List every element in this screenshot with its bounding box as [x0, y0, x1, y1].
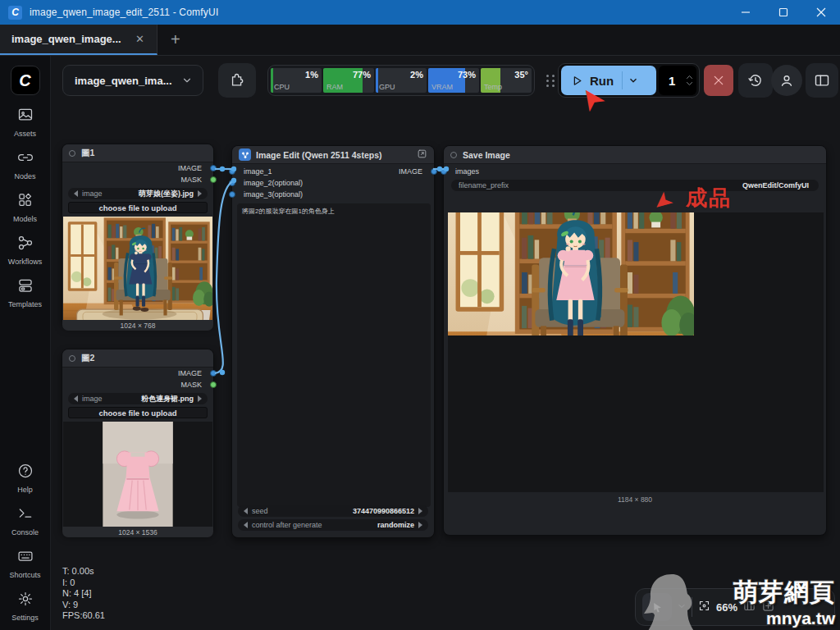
- minimize-button[interactable]: [727, 0, 765, 25]
- tool-chevron-icon[interactable]: [677, 600, 687, 614]
- sidebar-item-templates[interactable]: Templates: [2, 277, 49, 308]
- fit-view-icon[interactable]: [697, 599, 711, 616]
- output-slot-mask[interactable]: MASK: [62, 379, 213, 390]
- close-button[interactable]: [802, 0, 840, 25]
- output-slot-image[interactable]: IMAGE: [62, 368, 213, 379]
- comfyui-logo-icon: C: [8, 6, 22, 20]
- user-avatar-button[interactable]: [771, 65, 802, 96]
- image3-input-dot[interactable]: [229, 191, 235, 198]
- canvas-toolbox: 66%: [635, 588, 835, 626]
- input-slot-image2[interactable]: image_2(optional): [232, 177, 434, 189]
- image-output-dot[interactable]: [210, 165, 217, 171]
- user-icon: [778, 72, 795, 89]
- sidebar-item-help[interactable]: Help: [2, 463, 49, 494]
- expand-node-icon[interactable]: [417, 148, 427, 162]
- node-image2-header[interactable]: 圖2: [62, 349, 213, 368]
- workflow-select-dropdown[interactable]: image_qwen_ima...: [62, 65, 203, 96]
- combo-next-icon[interactable]: [198, 190, 202, 197]
- collapse-dot-icon[interactable]: [69, 355, 75, 362]
- mask-output-dot[interactable]: [210, 381, 217, 388]
- images-input-dot[interactable]: [441, 168, 447, 175]
- output-slot-image[interactable]: IMAGE: [62, 162, 213, 174]
- control-after-generate-widget[interactable]: control after generate randomize: [238, 519, 428, 531]
- upload-button[interactable]: choose file to upload: [68, 407, 208, 418]
- gpu-usage-bar: [376, 68, 378, 93]
- image-output-dot[interactable]: [431, 168, 437, 175]
- comfyui-sidebar-logo-icon: C: [11, 66, 40, 95]
- node-image-edit-header[interactable]: Image Edit (Qwen 2511 4steps): [232, 146, 434, 164]
- input-slot-image3[interactable]: image_3(optional): [232, 189, 434, 200]
- run-options-chevron-icon[interactable]: [628, 75, 639, 86]
- minimap-icon[interactable]: [742, 599, 756, 616]
- tab-label: image_qwen_image...: [11, 33, 131, 45]
- cursor-icon: [651, 601, 664, 614]
- seed-next-icon[interactable]: [418, 508, 422, 514]
- extensions-button[interactable]: [218, 63, 256, 98]
- sidebar-item-console[interactable]: Console: [2, 505, 49, 536]
- output-slot-mask[interactable]: MASK: [62, 174, 213, 185]
- filename-prefix-widget[interactable]: filename_prefix QwenEdit/ComfyUI: [451, 180, 819, 191]
- node-save-image[interactable]: Save Image images filename_prefix QwenEd…: [443, 145, 827, 536]
- image-combo-widget[interactable]: image 萌芽娘(坐姿).jpg: [68, 188, 208, 199]
- image2-input-dot[interactable]: [229, 180, 235, 186]
- node-image1-header[interactable]: 圖1: [62, 144, 213, 162]
- new-tab-button[interactable]: +: [158, 25, 194, 55]
- panel-toggle-button[interactable]: [806, 63, 838, 98]
- stat-ram: RAM 77%: [323, 68, 374, 93]
- tab-active-workflow[interactable]: image_qwen_image... ✕: [0, 25, 158, 55]
- batch-count-input[interactable]: 1: [659, 66, 696, 95]
- sidebar-item-assets[interactable]: Assets: [2, 107, 49, 138]
- control-prev-icon[interactable]: [244, 522, 248, 528]
- pointer-tool-button[interactable]: [642, 593, 672, 621]
- subgraph-icon: [239, 148, 251, 161]
- step-up-icon[interactable]: [686, 75, 693, 80]
- mask-output-dot[interactable]: [210, 176, 217, 183]
- sidebar-item-nodes[interactable]: Nodes: [2, 149, 49, 180]
- gear-icon: [17, 591, 34, 610]
- tab-close-icon[interactable]: ✕: [131, 31, 148, 47]
- image1-input-dot[interactable]: [229, 168, 235, 175]
- zoom-level: 66%: [716, 601, 737, 614]
- collapse-dot-icon[interactable]: [69, 150, 75, 157]
- seed-prev-icon[interactable]: [244, 508, 248, 514]
- combo-prev-icon[interactable]: [74, 395, 78, 402]
- workflow-name: image_qwen_ima...: [75, 75, 181, 87]
- sidebar-item-models[interactable]: Models: [2, 192, 49, 223]
- node-save-image-header[interactable]: Save Image: [444, 146, 826, 164]
- node-image2[interactable]: 圖2 IMAGE MASK image 粉色連身裙.png choose fil…: [62, 349, 214, 534]
- input-slot-image1[interactable]: image_1 IMAGE: [232, 166, 434, 177]
- canvas-settings-icon[interactable]: [761, 599, 775, 616]
- keyboard-icon: [17, 548, 34, 568]
- history-icon: [747, 72, 764, 89]
- sidebar-item-workflows[interactable]: Workflows: [2, 235, 49, 266]
- nodes-icon: [17, 149, 34, 169]
- prompt-textarea[interactable]: 將圖2的服裝穿在圖1的角色身上: [237, 203, 431, 507]
- node-image1[interactable]: 圖1 IMAGE MASK image 萌芽娘(坐姿).jpg choose f…: [62, 144, 214, 326]
- upload-button[interactable]: choose file to upload: [68, 202, 208, 213]
- run-button[interactable]: Run: [561, 66, 656, 95]
- sidebar-item-settings[interactable]: Settings: [2, 591, 49, 622]
- system-stats-panel: CPU 1% RAM 77% GPU 2% VRAM 73% Temp 35°: [267, 65, 535, 96]
- sidebar-item-shortcuts[interactable]: Shortcuts: [2, 548, 49, 579]
- input-slot-images[interactable]: images: [444, 166, 826, 177]
- stat-temp: Temp 35°: [481, 68, 532, 93]
- combo-next-icon[interactable]: [198, 395, 202, 402]
- image1-preview: [63, 217, 212, 320]
- control-next-icon[interactable]: [418, 522, 422, 528]
- stat-vram: VRAM 73%: [428, 68, 479, 93]
- toolbar-drag-handle[interactable]: [545, 71, 556, 89]
- node-image-edit[interactable]: Image Edit (Qwen 2511 4steps) image_1 IM…: [231, 145, 435, 538]
- play-icon: [571, 75, 583, 87]
- step-down-icon[interactable]: [686, 81, 693, 86]
- combo-prev-icon[interactable]: [74, 190, 78, 197]
- image-output-dot[interactable]: [210, 370, 217, 377]
- seed-widget[interactable]: seed 374470990866512: [238, 505, 428, 517]
- image-combo-widget[interactable]: image 粉色連身裙.png: [68, 393, 208, 404]
- performance-stats: T: 0.00s I: 0 N: 4 [4] V: 9 FPS:60.61: [62, 566, 105, 622]
- collapse-dot-icon[interactable]: [450, 152, 457, 158]
- clear-queue-button[interactable]: [704, 65, 733, 96]
- stat-cpu: CPU 1%: [271, 68, 322, 93]
- window-title: image_qwen_image_edit_2511 - ComfyUI: [30, 7, 218, 18]
- queue-history-button[interactable]: [738, 63, 773, 98]
- maximize-button[interactable]: [765, 0, 802, 25]
